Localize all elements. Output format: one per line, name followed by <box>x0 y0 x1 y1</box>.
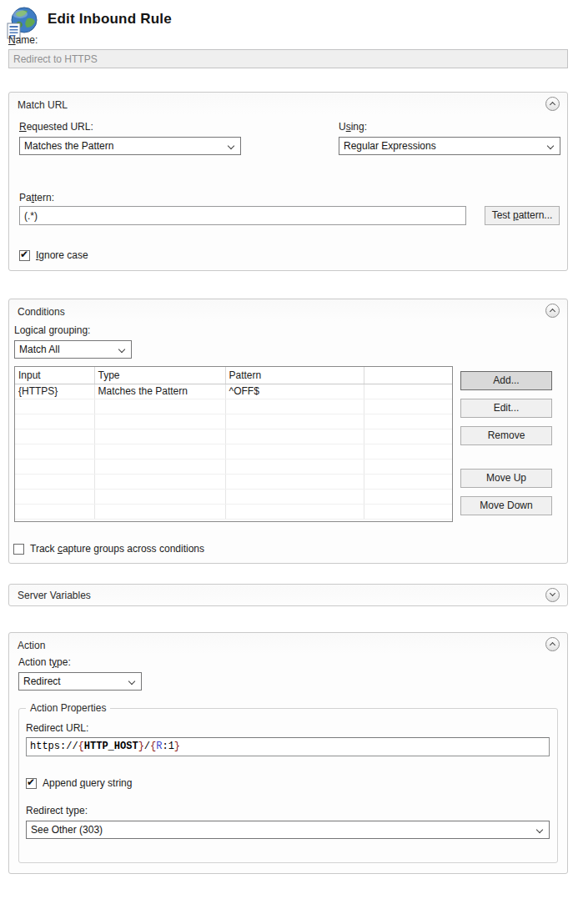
table-empty-row <box>15 444 452 459</box>
page-title: Edit Inbound Rule <box>48 11 172 28</box>
conditions-collapse-button[interactable] <box>545 304 560 318</box>
table-cell: Matches the Pattern <box>94 384 225 399</box>
action-type-select[interactable]: Redirect <box>18 672 142 691</box>
ignore-case-label: Ignore case <box>36 249 88 261</box>
column-header[interactable]: Pattern <box>225 367 364 384</box>
track-capture-checkbox-row: Track capture groups across conditions <box>13 543 204 555</box>
requested-url-select[interactable]: Matches the Pattern <box>19 137 241 155</box>
conditions-panel-title: Conditions <box>18 306 65 318</box>
url-syntax-segment: } <box>174 741 180 752</box>
using-selected-value: Regular Expressions <box>344 140 436 152</box>
logical-grouping-label: Logical grouping: <box>14 324 90 336</box>
chevron-down-icon <box>547 143 554 149</box>
server-variables-panel-title: Server Variables <box>18 590 91 601</box>
name-label: Name: <box>8 34 38 46</box>
action-properties-legend: Action Properties <box>26 702 110 714</box>
redirect-type-label: Redirect type: <box>26 805 88 816</box>
table-empty-row <box>15 459 452 474</box>
pattern-label: Pattern: <box>19 192 54 203</box>
requested-url-label: Requested URL: <box>19 121 93 133</box>
chevron-up-icon <box>550 642 555 648</box>
track-capture-label: Track capture groups across conditions <box>30 543 204 555</box>
chevron-down-icon <box>118 346 125 353</box>
url-syntax-segment: HTTP_HOST <box>84 741 138 752</box>
table-empty-row <box>15 399 452 414</box>
move-up-button[interactable]: Move Up <box>460 469 552 488</box>
chevron-up-icon <box>550 102 555 108</box>
table-cell: ^OFF$ <box>225 384 364 399</box>
conditions-table-wrap: InputTypePattern{HTTPS}Matches the Patte… <box>14 366 453 522</box>
server-variables-panel: Server Variables <box>8 584 568 606</box>
logical-grouping-select[interactable]: Match All <box>14 340 132 359</box>
requested-url-selected-value: Matches the Pattern <box>24 140 113 152</box>
redirect-url-label: Redirect URL: <box>26 722 88 734</box>
append-query-checkbox[interactable] <box>26 778 37 789</box>
action-type-label: Action type: <box>18 656 71 668</box>
edit-button[interactable]: Edit... <box>460 399 552 418</box>
match-url-panel-title: Match URL <box>18 99 68 111</box>
redirect-type-selected-value: See Other (303) <box>31 824 103 836</box>
column-header[interactable]: Type <box>94 367 225 384</box>
server-variables-expand-button[interactable] <box>545 588 560 602</box>
table-empty-row <box>15 504 452 519</box>
add-button[interactable]: Add... <box>460 371 552 390</box>
using-select[interactable]: Regular Expressions <box>339 137 560 155</box>
append-query-label: Append query string <box>43 777 132 789</box>
match-url-collapse-button[interactable] <box>545 97 560 111</box>
url-syntax-segment: / <box>144 741 150 752</box>
track-capture-checkbox[interactable] <box>13 544 24 555</box>
redirect-type-select[interactable]: See Other (303) <box>26 821 550 839</box>
logical-grouping-selected-value: Match All <box>19 344 60 355</box>
append-query-checkbox-row: Append query string <box>26 777 132 789</box>
pattern-input[interactable] <box>19 206 466 225</box>
chevron-down-icon <box>536 826 543 833</box>
url-syntax-segment: :1 <box>162 741 173 752</box>
conditions-panel: Conditions Logical grouping: Match All I… <box>8 299 568 564</box>
test-pattern-button[interactable]: Test pattern... <box>485 206 560 225</box>
action-panel-title: Action <box>18 640 45 651</box>
chevron-down-icon <box>550 590 555 596</box>
conditions-table-body: InputTypePattern{HTTPS}Matches the Patte… <box>15 367 452 519</box>
action-type-selected-value: Redirect <box>23 676 61 687</box>
table-empty-row <box>15 489 452 504</box>
match-url-panel: Match URL Requested URL: Matches the Pat… <box>8 92 568 271</box>
chevron-down-icon <box>228 143 234 149</box>
conditions-table: InputTypePattern{HTTPS}Matches the Patte… <box>15 367 452 520</box>
ignore-case-checkbox-row: Ignore case <box>19 249 88 261</box>
table-empty-row <box>15 474 452 489</box>
table-empty-row <box>15 414 452 429</box>
url-syntax-segment: } <box>138 741 144 752</box>
redirect-url-input[interactable]: https://{HTTP_HOST}/{R:1} <box>26 737 550 756</box>
chevron-down-icon <box>128 678 135 685</box>
column-header[interactable]: Input <box>15 367 94 384</box>
ignore-case-checkbox[interactable] <box>19 250 30 261</box>
table-cell <box>364 384 452 399</box>
move-down-button[interactable]: Move Down <box>460 496 552 515</box>
column-header[interactable] <box>364 367 452 384</box>
action-collapse-button[interactable] <box>545 637 560 651</box>
table-empty-row <box>15 429 452 444</box>
using-label: Using: <box>339 121 367 133</box>
chevron-up-icon <box>550 309 555 314</box>
action-panel: Action Action type: Redirect Action Prop… <box>8 632 568 874</box>
table-cell: {HTTPS} <box>15 384 94 399</box>
edit-inbound-rule-page: Edit Inbound Rule Name: Match URL Reques… <box>0 0 588 899</box>
url-syntax-segment: https:// <box>30 741 78 752</box>
action-properties-group: Action Properties Redirect URL: https://… <box>18 708 558 863</box>
name-input <box>8 49 568 68</box>
table-row[interactable]: {HTTPS}Matches the Pattern^OFF$ <box>15 384 452 399</box>
url-syntax-segment: { <box>78 741 84 752</box>
table-header-row: InputTypePattern <box>15 367 452 384</box>
remove-button[interactable]: Remove <box>460 426 552 445</box>
